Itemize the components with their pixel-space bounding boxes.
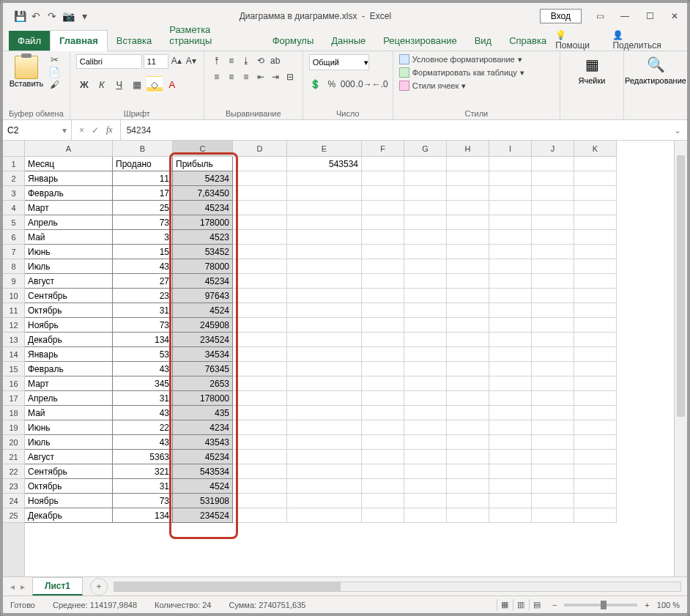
- cell[interactable]: [532, 420, 574, 435]
- cell-profit[interactable]: 543534: [173, 464, 233, 479]
- cell[interactable]: [489, 245, 532, 259]
- worksheet-grid[interactable]: 1234567891011121314151617181920212223242…: [3, 141, 687, 576]
- zoom-level[interactable]: 100 %: [657, 601, 680, 609]
- cell[interactable]: [489, 464, 532, 479]
- cell[interactable]: [447, 494, 489, 508]
- row-header[interactable]: 24: [3, 494, 24, 508]
- close-icon[interactable]: ✕: [662, 4, 687, 29]
- merge-icon[interactable]: ⊟: [283, 70, 297, 84]
- cell[interactable]: [447, 347, 489, 362]
- cell[interactable]: [362, 362, 404, 376]
- cell-sold[interactable]: 22: [113, 420, 173, 435]
- cell-month[interactable]: Июнь: [25, 245, 113, 259]
- camera-icon[interactable]: 📷: [62, 10, 75, 23]
- align-bottom-icon[interactable]: ⭳: [240, 54, 253, 67]
- cell[interactable]: [404, 376, 447, 391]
- cell-month[interactable]: Июль: [25, 435, 113, 450]
- cell[interactable]: [233, 347, 287, 362]
- cell[interactable]: [362, 494, 404, 508]
- row-header[interactable]: 6: [3, 230, 24, 245]
- cell[interactable]: [489, 347, 532, 362]
- cell[interactable]: [287, 391, 362, 406]
- cell[interactable]: [532, 274, 574, 289]
- zoom-in-icon[interactable]: +: [645, 601, 649, 609]
- cell-month[interactable]: Апрель: [25, 215, 113, 230]
- cell[interactable]: [574, 303, 617, 318]
- cell-sold[interactable]: 15: [113, 245, 173, 259]
- cell[interactable]: [532, 201, 574, 215]
- cell-sold[interactable]: 11: [113, 171, 173, 186]
- cell[interactable]: [532, 303, 574, 318]
- cell[interactable]: [489, 171, 532, 186]
- cell-sold[interactable]: 27: [113, 274, 173, 289]
- cell[interactable]: [404, 230, 447, 245]
- col-header-G[interactable]: G: [404, 141, 447, 157]
- cell-profit[interactable]: 4524: [173, 479, 233, 494]
- cell[interactable]: [404, 464, 447, 479]
- col-header-F[interactable]: F: [362, 141, 404, 157]
- tab-insert[interactable]: Вставка: [108, 31, 160, 51]
- cell[interactable]: [233, 201, 287, 215]
- col-header-A[interactable]: A: [25, 141, 113, 157]
- cell[interactable]: [489, 494, 532, 508]
- increase-font-icon[interactable]: A▴: [170, 54, 183, 67]
- col-header-C[interactable]: C: [173, 141, 233, 157]
- cell-profit[interactable]: 78000: [173, 259, 233, 274]
- cell[interactable]: [574, 289, 617, 303]
- cell[interactable]: [404, 201, 447, 215]
- col-header-H[interactable]: H: [447, 141, 489, 157]
- cell[interactable]: [489, 274, 532, 289]
- align-top-icon[interactable]: ⭱: [210, 54, 223, 67]
- col-header-B[interactable]: B: [113, 141, 173, 157]
- cell[interactable]: [362, 508, 404, 523]
- cell[interactable]: [532, 186, 574, 201]
- cell-profit[interactable]: 178000: [173, 215, 233, 230]
- row-header[interactable]: 19: [3, 420, 24, 435]
- cell[interactable]: [574, 333, 617, 347]
- cell[interactable]: [404, 508, 447, 523]
- cell[interactable]: [362, 464, 404, 479]
- cell-sold[interactable]: 134: [113, 508, 173, 523]
- italic-button[interactable]: К: [94, 76, 110, 92]
- cell[interactable]: [287, 274, 362, 289]
- cell-profit[interactable]: 234524: [173, 333, 233, 347]
- vertical-scrollbar[interactable]: [674, 141, 687, 576]
- cell[interactable]: [447, 406, 489, 420]
- cell[interactable]: [489, 391, 532, 406]
- cell[interactable]: [233, 186, 287, 201]
- cell-month[interactable]: Май: [25, 230, 113, 245]
- cell[interactable]: [447, 274, 489, 289]
- bold-button[interactable]: Ж: [76, 76, 92, 92]
- cell[interactable]: [233, 333, 287, 347]
- cell[interactable]: [362, 186, 404, 201]
- cell[interactable]: [532, 347, 574, 362]
- cell[interactable]: [362, 450, 404, 464]
- cell[interactable]: [447, 230, 489, 245]
- cell[interactable]: [532, 318, 574, 333]
- undo-icon[interactable]: ↶: [29, 10, 42, 23]
- cell-sold[interactable]: 43: [113, 362, 173, 376]
- ribbon-options-icon[interactable]: ▭: [587, 4, 612, 29]
- cell[interactable]: [489, 508, 532, 523]
- cell[interactable]: [574, 391, 617, 406]
- cancel-formula-icon[interactable]: ×: [79, 125, 84, 136]
- cell[interactable]: [404, 289, 447, 303]
- cell-month[interactable]: Январь: [25, 347, 113, 362]
- cell[interactable]: [233, 157, 287, 171]
- cell[interactable]: [489, 479, 532, 494]
- cell-month[interactable]: Март: [25, 201, 113, 215]
- tab-data[interactable]: Данные: [322, 31, 374, 51]
- cell[interactable]: [532, 406, 574, 420]
- cell[interactable]: [287, 362, 362, 376]
- cell[interactable]: [362, 171, 404, 186]
- cell[interactable]: 543534: [287, 157, 362, 171]
- cell[interactable]: [233, 391, 287, 406]
- cell-month[interactable]: Январь: [25, 171, 113, 186]
- col-header-E[interactable]: E: [287, 141, 362, 157]
- cell-profit[interactable]: 54234: [173, 171, 233, 186]
- row-header[interactable]: 13: [3, 333, 24, 347]
- tell-me[interactable]: 💡 Помощи: [555, 30, 602, 51]
- cell-month[interactable]: Октябрь: [25, 303, 113, 318]
- format-as-table-button[interactable]: Форматировать как таблицу ▾: [399, 67, 524, 78]
- row-header[interactable]: 3: [3, 186, 24, 201]
